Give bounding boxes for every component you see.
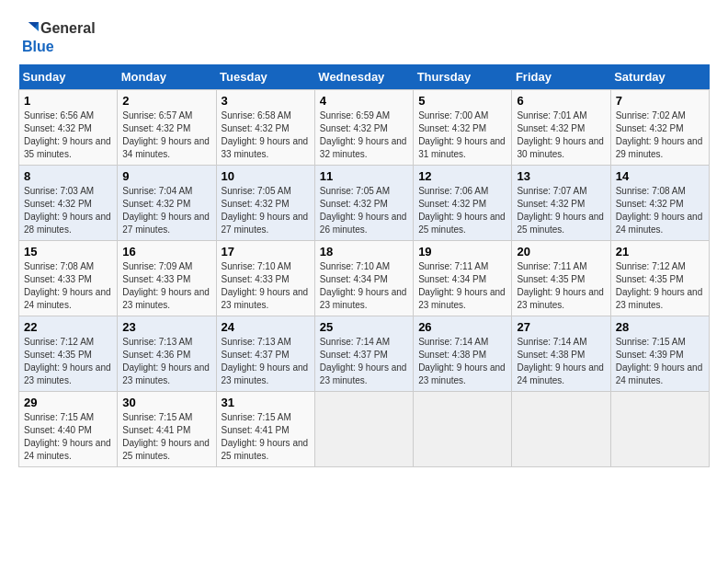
day-info: Sunrise: 7:14 AMSunset: 4:37 PMDaylight:… (320, 337, 407, 385)
day-info: Sunrise: 7:03 AMSunset: 4:32 PMDaylight:… (24, 186, 111, 235)
day-cell: 19 Sunrise: 7:11 AMSunset: 4:34 PMDaylig… (414, 241, 512, 316)
day-info: Sunrise: 7:10 AMSunset: 4:33 PMDaylight:… (222, 261, 309, 310)
logo: General Blue (18, 18, 96, 55)
day-cell: 20 Sunrise: 7:11 AMSunset: 4:35 PMDaylig… (512, 241, 610, 316)
week-row-1: 1 Sunrise: 6:56 AMSunset: 4:32 PMDayligh… (19, 90, 710, 166)
week-row-4: 22 Sunrise: 7:12 AMSunset: 4:35 PMDaylig… (19, 316, 710, 392)
day-cell: 26 Sunrise: 7:14 AMSunset: 4:38 PMDaylig… (414, 316, 512, 392)
day-info: Sunrise: 7:02 AMSunset: 4:32 PMDaylight:… (616, 110, 703, 159)
day-cell: 6 Sunrise: 7:01 AMSunset: 4:32 PMDayligh… (512, 90, 610, 166)
day-number: 25 (320, 320, 408, 334)
day-number: 7 (616, 94, 704, 108)
day-info: Sunrise: 7:15 AMSunset: 4:41 PMDaylight:… (122, 412, 210, 461)
day-info: Sunrise: 7:06 AMSunset: 4:32 PMDaylight:… (418, 186, 506, 235)
header-day-thursday: Thursday (414, 64, 512, 90)
day-cell: 7 Sunrise: 7:02 AMSunset: 4:32 PMDayligh… (610, 90, 709, 166)
day-info: Sunrise: 7:05 AMSunset: 4:32 PMDaylight:… (222, 186, 309, 235)
day-number: 10 (222, 169, 310, 183)
day-cell: 11 Sunrise: 7:05 AMSunset: 4:32 PMDaylig… (314, 166, 413, 241)
week-row-2: 8 Sunrise: 7:03 AMSunset: 4:32 PMDayligh… (19, 166, 710, 241)
day-info: Sunrise: 6:57 AMSunset: 4:32 PMDaylight:… (122, 110, 210, 159)
day-number: 4 (320, 94, 408, 108)
day-info: Sunrise: 7:13 AMSunset: 4:37 PMDaylight:… (222, 337, 309, 385)
day-number: 9 (122, 169, 210, 183)
week-row-5: 29 Sunrise: 7:15 AMSunset: 4:40 PMDaylig… (19, 392, 710, 467)
day-number: 28 (616, 320, 704, 334)
day-cell: 16 Sunrise: 7:09 AMSunset: 4:33 PMDaylig… (118, 241, 216, 316)
day-cell (314, 392, 413, 467)
logo-bird-icon (18, 18, 39, 39)
day-cell: 3 Sunrise: 6:58 AMSunset: 4:32 PMDayligh… (216, 90, 314, 166)
day-info: Sunrise: 7:15 AMSunset: 4:41 PMDaylight:… (222, 412, 309, 461)
day-number: 23 (122, 320, 210, 334)
day-number: 3 (222, 94, 310, 108)
day-number: 1 (24, 94, 112, 108)
day-number: 2 (122, 94, 210, 108)
day-cell: 27 Sunrise: 7:14 AMSunset: 4:38 PMDaylig… (512, 316, 610, 392)
day-cell: 15 Sunrise: 7:08 AMSunset: 4:33 PMDaylig… (19, 241, 118, 316)
day-number: 26 (418, 320, 506, 334)
day-info: Sunrise: 7:12 AMSunset: 4:35 PMDaylight:… (24, 337, 111, 385)
day-info: Sunrise: 7:11 AMSunset: 4:34 PMDaylight:… (418, 261, 506, 310)
day-number: 27 (517, 320, 605, 334)
day-number: 18 (320, 245, 408, 259)
day-number: 12 (418, 169, 506, 183)
calendar-header-row: SundayMondayTuesdayWednesdayThursdayFrid… (19, 64, 710, 90)
day-cell: 18 Sunrise: 7:10 AMSunset: 4:34 PMDaylig… (314, 241, 413, 316)
day-cell: 23 Sunrise: 7:13 AMSunset: 4:36 PMDaylig… (118, 316, 216, 392)
header: General Blue (18, 18, 710, 55)
day-info: Sunrise: 7:04 AMSunset: 4:32 PMDaylight:… (122, 186, 210, 235)
day-number: 6 (517, 94, 605, 108)
day-cell: 9 Sunrise: 7:04 AMSunset: 4:32 PMDayligh… (118, 166, 216, 241)
day-cell: 21 Sunrise: 7:12 AMSunset: 4:35 PMDaylig… (610, 241, 709, 316)
day-number: 29 (24, 396, 112, 409)
day-cell (414, 392, 512, 467)
day-info: Sunrise: 7:09 AMSunset: 4:33 PMDaylight:… (122, 261, 210, 310)
day-number: 20 (517, 245, 605, 259)
day-number: 22 (24, 320, 112, 334)
day-cell (610, 392, 709, 467)
day-info: Sunrise: 7:08 AMSunset: 4:32 PMDaylight:… (616, 186, 703, 235)
day-number: 16 (122, 245, 210, 259)
day-number: 31 (222, 396, 310, 409)
day-cell (512, 392, 610, 467)
day-cell: 13 Sunrise: 7:07 AMSunset: 4:32 PMDaylig… (512, 166, 610, 241)
day-info: Sunrise: 7:00 AMSunset: 4:32 PMDaylight:… (418, 110, 506, 159)
logo-blue: Blue (22, 39, 54, 55)
day-number: 21 (616, 245, 704, 259)
day-cell: 8 Sunrise: 7:03 AMSunset: 4:32 PMDayligh… (19, 166, 118, 241)
day-number: 30 (122, 396, 210, 409)
day-cell: 28 Sunrise: 7:15 AMSunset: 4:39 PMDaylig… (610, 316, 709, 392)
day-number: 11 (320, 169, 408, 183)
day-cell: 22 Sunrise: 7:12 AMSunset: 4:35 PMDaylig… (19, 316, 118, 392)
day-info: Sunrise: 7:12 AMSunset: 4:35 PMDaylight:… (616, 261, 703, 310)
day-cell: 5 Sunrise: 7:00 AMSunset: 4:32 PMDayligh… (414, 90, 512, 166)
day-cell: 10 Sunrise: 7:05 AMSunset: 4:32 PMDaylig… (216, 166, 314, 241)
day-info: Sunrise: 6:59 AMSunset: 4:32 PMDaylight:… (320, 110, 407, 159)
day-info: Sunrise: 7:13 AMSunset: 4:36 PMDaylight:… (122, 337, 210, 385)
header-day-sunday: Sunday (19, 64, 118, 90)
day-cell: 30 Sunrise: 7:15 AMSunset: 4:41 PMDaylig… (118, 392, 216, 467)
day-info: Sunrise: 7:01 AMSunset: 4:32 PMDaylight:… (517, 110, 604, 159)
day-info: Sunrise: 7:10 AMSunset: 4:34 PMDaylight:… (320, 261, 407, 310)
day-info: Sunrise: 7:15 AMSunset: 4:40 PMDaylight:… (24, 412, 111, 461)
header-day-friday: Friday (512, 64, 610, 90)
day-number: 5 (418, 94, 506, 108)
day-cell: 24 Sunrise: 7:13 AMSunset: 4:37 PMDaylig… (216, 316, 314, 392)
day-number: 24 (222, 320, 310, 334)
day-cell: 2 Sunrise: 6:57 AMSunset: 4:32 PMDayligh… (118, 90, 216, 166)
day-cell: 29 Sunrise: 7:15 AMSunset: 4:40 PMDaylig… (19, 392, 118, 467)
header-day-monday: Monday (118, 64, 216, 90)
day-info: Sunrise: 6:58 AMSunset: 4:32 PMDaylight:… (222, 110, 309, 159)
day-cell: 1 Sunrise: 6:56 AMSunset: 4:32 PMDayligh… (19, 90, 118, 166)
day-info: Sunrise: 7:14 AMSunset: 4:38 PMDaylight:… (418, 337, 506, 385)
day-info: Sunrise: 7:08 AMSunset: 4:33 PMDaylight:… (24, 261, 111, 310)
logo-container: General Blue (18, 18, 96, 55)
day-number: 14 (616, 169, 704, 183)
day-cell: 31 Sunrise: 7:15 AMSunset: 4:41 PMDaylig… (216, 392, 314, 467)
day-info: Sunrise: 7:05 AMSunset: 4:32 PMDaylight:… (320, 186, 407, 235)
day-info: Sunrise: 7:11 AMSunset: 4:35 PMDaylight:… (517, 261, 604, 310)
day-cell: 25 Sunrise: 7:14 AMSunset: 4:37 PMDaylig… (314, 316, 413, 392)
logo-general: General (40, 20, 96, 37)
day-cell: 4 Sunrise: 6:59 AMSunset: 4:32 PMDayligh… (314, 90, 413, 166)
